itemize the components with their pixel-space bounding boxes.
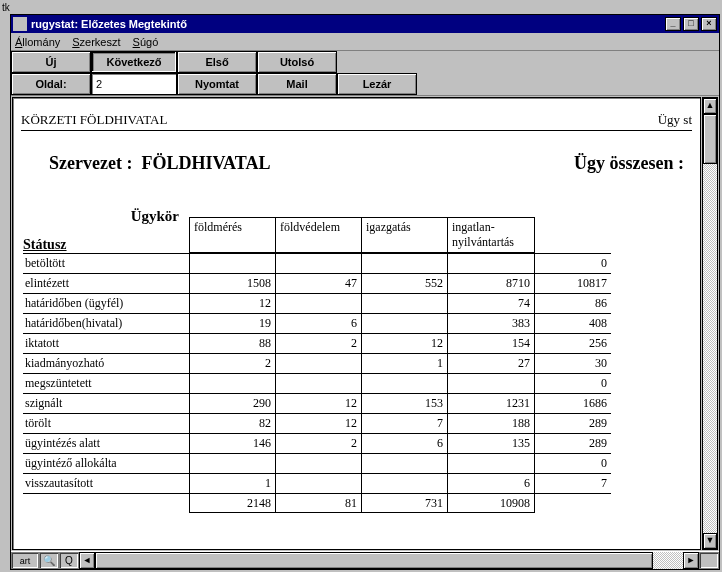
row-cell: 146: [189, 433, 275, 453]
col-group-label: Ügykör: [23, 208, 189, 225]
col-header-0: földmérés: [189, 217, 275, 253]
row-cell: [361, 293, 447, 313]
scroll-down-icon[interactable]: ▼: [703, 533, 717, 549]
row-cell: 135: [447, 433, 535, 453]
titlebar[interactable]: rugystat: Előzetes Megtekintő _ □ ×: [11, 15, 719, 33]
scroll-thumb[interactable]: [703, 114, 717, 164]
row-cell: [275, 453, 361, 473]
status-header: Státusz: [23, 237, 189, 253]
table-row: visszautasított167: [23, 473, 692, 493]
scroll-track[interactable]: [703, 114, 717, 533]
tool-icon[interactable]: Q: [59, 552, 79, 569]
mail-button[interactable]: Mail: [257, 73, 337, 95]
row-cell: 188: [447, 413, 535, 433]
row-cell: 1: [361, 353, 447, 373]
row-total: 289: [535, 433, 611, 453]
row-cell: 7: [361, 413, 447, 433]
row-total: 30: [535, 353, 611, 373]
row-cell: 6: [275, 313, 361, 333]
row-cell: 290: [189, 393, 275, 413]
last-button[interactable]: Utolsó: [257, 51, 337, 73]
scroll-up-icon[interactable]: ▲: [703, 98, 717, 114]
row-cell: [361, 313, 447, 333]
report-org: Szervezet : FÖLDHIVATAL: [49, 153, 270, 174]
print-button[interactable]: Nyomtat: [177, 73, 257, 95]
row-cell: 153: [361, 393, 447, 413]
menu-szerkeszt[interactable]: Szerkeszt: [72, 36, 120, 48]
row-total: 256: [535, 333, 611, 353]
scroll-right-icon[interactable]: ►: [683, 552, 699, 569]
row-cell: 12: [361, 333, 447, 353]
row-total: 408: [535, 313, 611, 333]
background-label: tk: [2, 2, 10, 13]
row-cell: [189, 453, 275, 473]
row-cell: 19: [189, 313, 275, 333]
minimize-button[interactable]: _: [665, 17, 681, 31]
row-label: megszüntetett: [23, 373, 189, 393]
app-icon: [13, 17, 27, 31]
report-total-label: Ügy összesen :: [574, 153, 684, 174]
toolbar: Új Következő Első Utolsó Oldal: 2 Nyomta…: [11, 51, 719, 96]
table-row: határidőben(hivatal)196383408: [23, 313, 692, 333]
row-cell: 2: [275, 333, 361, 353]
status-text: art: [11, 552, 39, 569]
row-cell: [361, 453, 447, 473]
table-row: ügyintéző allokálta0: [23, 453, 692, 473]
first-button[interactable]: Első: [177, 51, 257, 73]
menu-allomany[interactable]: Állomány: [15, 36, 60, 48]
col-header-1: földvédelem: [275, 217, 361, 253]
row-total: 7: [535, 473, 611, 493]
page-input[interactable]: 2: [91, 73, 177, 95]
row-cell: 383: [447, 313, 535, 333]
row-label: betöltött: [23, 253, 189, 273]
table-row: törölt82127188289: [23, 413, 692, 433]
row-cell: [447, 253, 535, 273]
row-label: törölt: [23, 413, 189, 433]
scroll-left-icon[interactable]: ◄: [79, 552, 95, 569]
col-header-2: igazgatás: [361, 217, 447, 253]
row-cell: [361, 473, 447, 493]
menu-sugo[interactable]: Súgó: [133, 36, 159, 48]
row-label: visszautasított: [23, 473, 189, 493]
row-cell: [275, 253, 361, 273]
row-cell: 88: [189, 333, 275, 353]
table-row: kiadmányozható212730: [23, 353, 692, 373]
row-cell: 2: [275, 433, 361, 453]
report-header-right: Ügy st: [658, 112, 692, 128]
row-cell: 47: [275, 273, 361, 293]
row-cell: 6: [361, 433, 447, 453]
statusbar: art 🔍 Q ◄ ►: [11, 551, 719, 569]
row-cell: 154: [447, 333, 535, 353]
app-window: rugystat: Előzetes Megtekintő _ □ × Állo…: [10, 14, 720, 570]
document-viewport: KÖRZETI FÖLDHIVATAL Ügy st Szervezet : F…: [12, 97, 701, 550]
col-header-3: ingatlan-nyilvántartás: [447, 217, 535, 253]
zoom-icon[interactable]: 🔍: [39, 552, 59, 569]
row-cell: 2: [189, 353, 275, 373]
table-footer-row: 2148 81 731 10908: [23, 493, 692, 513]
row-cell: [447, 453, 535, 473]
row-total: 1686: [535, 393, 611, 413]
maximize-button[interactable]: □: [683, 17, 699, 31]
close-button[interactable]: ×: [701, 17, 717, 31]
report-table: Ügykör Státusz földmérés földvédelem iga…: [21, 208, 692, 513]
row-cell: [189, 253, 275, 273]
menubar: Állomány Szerkeszt Súgó: [11, 33, 719, 51]
row-cell: [361, 373, 447, 393]
row-cell: [189, 373, 275, 393]
table-row: ügyintézés alatt14626135289: [23, 433, 692, 453]
status-corner: [699, 552, 719, 569]
row-cell: 552: [361, 273, 447, 293]
row-cell: 82: [189, 413, 275, 433]
row-label: kiadmányozható: [23, 353, 189, 373]
row-total: 0: [535, 453, 611, 473]
row-cell: [275, 373, 361, 393]
row-cell: [275, 353, 361, 373]
next-button[interactable]: Következő: [91, 51, 177, 73]
vertical-scrollbar[interactable]: ▲ ▼: [702, 97, 718, 550]
new-button[interactable]: Új: [11, 51, 91, 73]
table-row: elintézett150847552871010817: [23, 273, 692, 293]
table-row: határidőben (ügyfél)127486: [23, 293, 692, 313]
close-report-button[interactable]: Lezár: [337, 73, 417, 95]
row-cell: 1231: [447, 393, 535, 413]
hscroll-thumb[interactable]: [95, 552, 653, 569]
